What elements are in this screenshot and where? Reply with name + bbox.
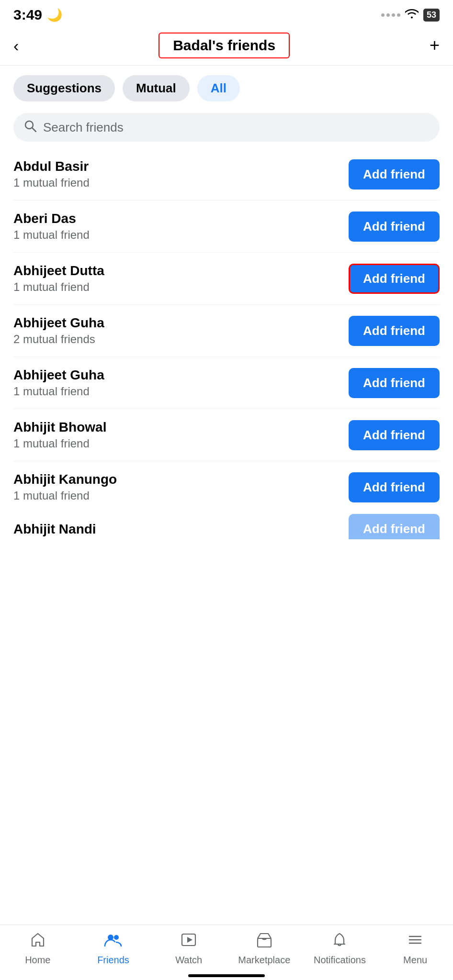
search-input[interactable]: Search friends — [43, 120, 429, 135]
filter-tab-all[interactable]: All — [197, 75, 240, 101]
nav-label-notifications: Notifications — [314, 955, 366, 966]
status-icons: 53 — [381, 8, 440, 22]
signal-dots — [381, 13, 400, 17]
page-title: Badal's friends — [173, 37, 275, 53]
header: ‹ Badal's friends + — [0, 28, 453, 66]
nav-item-notifications[interactable]: Notifications — [311, 932, 368, 966]
add-friend-button[interactable]: Add friend — [349, 420, 440, 450]
add-button[interactable]: + — [430, 35, 440, 56]
friend-mutual: 1 mutual friend — [13, 176, 90, 189]
status-bar: 3:49 🌙 53 — [0, 0, 453, 28]
friend-name: Abhijit Kanungo — [13, 472, 117, 487]
add-friend-button[interactable]: Add friend — [349, 212, 440, 242]
search-icon — [24, 120, 36, 135]
nav-label-watch: Watch — [175, 955, 202, 966]
header-title-box: Badal's friends — [159, 33, 290, 58]
wifi-icon — [405, 8, 419, 22]
friend-name: Abhijeet Guha — [13, 315, 104, 331]
add-friend-button[interactable]: Add friend — [349, 472, 440, 502]
nav-label-marketplace: Marketplace — [238, 955, 290, 966]
friend-item: Abhijeet Guha1 mutual friendAdd friend — [13, 357, 440, 409]
add-friend-button[interactable]: Add friend — [349, 316, 440, 346]
friend-item: Abhijit Kanungo1 mutual friendAdd friend — [13, 461, 440, 513]
friend-item-partial: Abhijit Nandi Add friend — [13, 513, 440, 539]
friend-name: Abhijit Bhowal — [13, 420, 106, 435]
friend-item: Abhijit Bhowal1 mutual friendAdd friend — [13, 409, 440, 461]
filter-tab-mutual[interactable]: Mutual — [123, 75, 190, 101]
friend-mutual: 1 mutual friend — [13, 228, 90, 242]
nav-item-marketplace[interactable]: Marketplace — [236, 932, 293, 966]
svg-point-3 — [114, 935, 119, 940]
friend-info: Abhijeet Guha2 mutual friends — [13, 315, 104, 346]
svg-line-1 — [32, 128, 36, 132]
notifications-icon — [331, 932, 348, 952]
nav-label-home: Home — [25, 955, 50, 966]
friend-item: Abdul Basir1 mutual friendAdd friend — [13, 148, 440, 200]
friend-name-partial: Abhijit Nandi — [13, 522, 96, 537]
home-icon — [30, 932, 46, 952]
friend-info-partial: Abhijit Nandi — [13, 522, 96, 537]
friend-info: Aberi Das1 mutual friend — [13, 211, 90, 242]
friend-info: Abhijeet Guha1 mutual friend — [13, 368, 104, 398]
home-indicator — [188, 974, 265, 977]
nav-label-friends: Friends — [97, 955, 129, 966]
search-bar[interactable]: Search friends — [13, 113, 440, 142]
add-friend-button[interactable]: Add friend — [349, 368, 440, 398]
nav-item-menu[interactable]: Menu — [386, 932, 444, 966]
filter-tabs: SuggestionsMutualAll — [0, 66, 453, 106]
marketplace-icon — [256, 932, 272, 952]
friend-item: Abhijeet Guha2 mutual friendsAdd friend — [13, 305, 440, 357]
friend-mutual: 1 mutual friend — [13, 437, 106, 450]
nav-item-friends[interactable]: Friends — [84, 932, 142, 966]
svg-marker-5 — [187, 937, 193, 943]
friend-mutual: 1 mutual friend — [13, 489, 117, 502]
filter-tab-suggestions[interactable]: Suggestions — [13, 75, 115, 101]
friend-item: Aberi Das1 mutual friendAdd friend — [13, 200, 440, 253]
status-time: 3:49 — [13, 7, 42, 23]
friend-name: Abdul Basir — [13, 159, 90, 174]
moon-icon: 🌙 — [47, 8, 62, 22]
search-container: Search friends — [0, 106, 453, 148]
friends-icon — [104, 932, 122, 952]
friend-name: Abhijeet Dutta — [13, 263, 104, 278]
friend-name: Aberi Das — [13, 211, 90, 226]
watch-icon — [181, 932, 197, 952]
nav-item-home[interactable]: Home — [9, 932, 67, 966]
friend-mutual: 1 mutual friend — [13, 385, 104, 398]
friend-mutual: 1 mutual friend — [13, 280, 104, 294]
friend-info: Abhijit Bhowal1 mutual friend — [13, 420, 106, 450]
friend-item: Abhijeet Dutta1 mutual friendAdd friend — [13, 253, 440, 305]
friend-list: Abdul Basir1 mutual friendAdd friendAber… — [0, 148, 453, 513]
friend-mutual: 2 mutual friends — [13, 333, 104, 346]
nav-item-watch[interactable]: Watch — [160, 932, 217, 966]
partial-friend-section: Abhijit Nandi Add friend — [0, 513, 453, 539]
back-button[interactable]: ‹ — [13, 36, 19, 55]
friend-info: Abhijeet Dutta1 mutual friend — [13, 263, 104, 294]
friend-info: Abhijit Kanungo1 mutual friend — [13, 472, 117, 502]
menu-icon — [407, 932, 423, 952]
add-friend-button[interactable]: Add friend — [349, 264, 440, 294]
add-friend-button-partial[interactable]: Add friend — [349, 514, 440, 539]
nav-label-menu: Menu — [403, 955, 427, 966]
add-friend-button[interactable]: Add friend — [349, 159, 440, 189]
friend-name: Abhijeet Guha — [13, 368, 104, 383]
friend-info: Abdul Basir1 mutual friend — [13, 159, 90, 189]
battery-icon: 53 — [423, 9, 440, 22]
